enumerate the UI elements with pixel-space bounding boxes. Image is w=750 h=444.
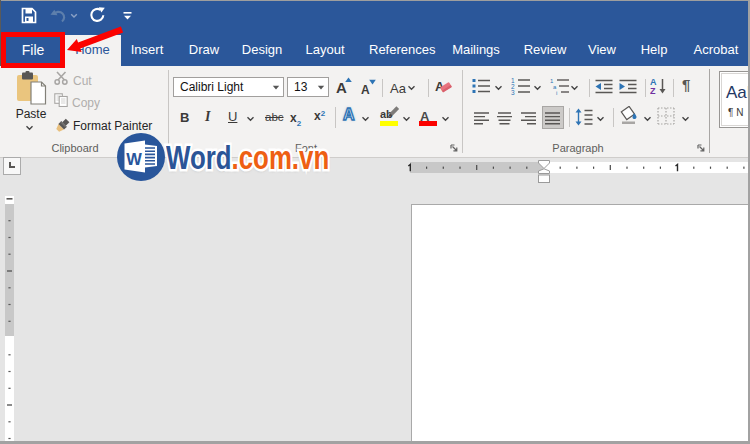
- svg-text:W: W: [126, 149, 142, 168]
- svg-text:3: 3: [511, 89, 515, 96]
- svg-text:Z: Z: [650, 86, 656, 95]
- svg-text:i: i: [556, 90, 557, 96]
